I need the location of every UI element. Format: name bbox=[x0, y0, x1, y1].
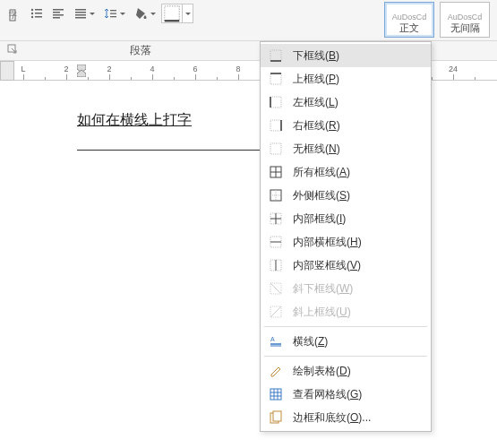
menu-right-border[interactable]: 右框线(R) bbox=[261, 114, 431, 137]
menu-inside-vertical[interactable]: 内部竖框线(V) bbox=[261, 254, 431, 277]
svg-line-47 bbox=[270, 283, 281, 294]
style-no-spacing[interactable]: AuDosCd 无间隔 bbox=[440, 2, 490, 38]
group-name-paragraph: 段落 bbox=[25, 43, 256, 58]
menu-no-border[interactable]: 无框线(N) bbox=[261, 137, 431, 160]
svg-rect-13 bbox=[75, 12, 86, 13]
style-preview-text: AuDosCd bbox=[392, 11, 427, 22]
menu-left-border[interactable]: 左框线(L) bbox=[261, 90, 431, 114]
borders-button-caret[interactable] bbox=[182, 4, 193, 22]
diagonal-up-icon bbox=[268, 304, 284, 320]
borders-button-main[interactable] bbox=[162, 4, 182, 22]
svg-text:A: A bbox=[270, 336, 275, 342]
style-preview-text: AuDosCd bbox=[448, 11, 483, 22]
ribbon-left-column: 字 bbox=[0, 0, 25, 30]
svg-rect-9 bbox=[53, 12, 60, 13]
menu-item-label: 横线(Z) bbox=[293, 334, 328, 349]
menu-inside-borders[interactable]: 内部框线(I) bbox=[261, 207, 431, 230]
svg-rect-5 bbox=[35, 13, 42, 14]
menu-item-label: 斜下框线(W) bbox=[293, 281, 353, 297]
align-left-button[interactable] bbox=[48, 4, 68, 23]
menu-separator bbox=[264, 356, 427, 357]
shading-fill-button[interactable] bbox=[131, 4, 159, 23]
bullets-button[interactable] bbox=[27, 4, 47, 23]
menu-diagonal-down[interactable]: 斜下框线(W) bbox=[261, 277, 431, 300]
bottom-border-icon bbox=[268, 47, 284, 64]
menu-diagonal-up[interactable]: 斜上框线(U) bbox=[261, 300, 431, 323]
ribbon: 字 AuDosCd 正文 AuDosCd bbox=[0, 0, 497, 41]
menu-item-label: 查看网格线(G) bbox=[293, 387, 362, 402]
diagonal-down-icon bbox=[268, 280, 284, 297]
svg-point-6 bbox=[31, 16, 33, 18]
menu-separator bbox=[264, 326, 427, 327]
dialog-launcher-icon[interactable] bbox=[0, 44, 25, 57]
left-border-icon bbox=[268, 94, 284, 110]
borders-menu: 下框线(B) 上框线(P) 左框线(L) 右框线(R) 无框线(N) 所有框线(… bbox=[260, 41, 432, 432]
style-normal[interactable]: AuDosCd 正文 bbox=[384, 2, 434, 38]
borders-split-button[interactable] bbox=[161, 4, 193, 23]
svg-rect-17 bbox=[110, 13, 116, 14]
svg-rect-8 bbox=[53, 9, 64, 11]
svg-point-2 bbox=[31, 9, 33, 11]
svg-rect-59 bbox=[273, 411, 281, 421]
menu-item-label: 内部横框线(H) bbox=[293, 235, 362, 250]
menu-item-label: 边框和底纹(O)... bbox=[293, 410, 371, 426]
svg-rect-30 bbox=[270, 120, 281, 131]
svg-line-49 bbox=[270, 306, 281, 317]
menu-inside-horizontal[interactable]: 内部横框线(H) bbox=[261, 230, 431, 254]
svg-rect-19 bbox=[165, 6, 180, 22]
horizontal-line-icon: A bbox=[268, 333, 284, 349]
menu-item-label: 绘制表格(D) bbox=[293, 364, 351, 379]
svg-rect-10 bbox=[53, 14, 64, 16]
menu-item-label: 无框线(N) bbox=[293, 142, 340, 157]
svg-text:字: 字 bbox=[9, 11, 17, 20]
svg-rect-7 bbox=[35, 16, 42, 18]
styles-gallery: AuDosCd 正文 AuDosCd 无间隔 bbox=[382, 0, 497, 39]
top-border-icon bbox=[268, 71, 284, 87]
menu-horizontal-line[interactable]: A 横线(Z) bbox=[261, 330, 431, 353]
menu-top-border[interactable]: 上框线(P) bbox=[261, 67, 431, 90]
menu-outside-borders[interactable]: 外侧框线(S) bbox=[261, 184, 431, 207]
menu-item-label: 内部竖框线(V) bbox=[293, 258, 361, 273]
menu-draw-table[interactable]: 绘制表格(D) bbox=[261, 359, 431, 383]
svg-rect-18 bbox=[110, 16, 116, 17]
svg-rect-11 bbox=[53, 17, 60, 19]
menu-item-label: 外侧框线(S) bbox=[293, 188, 350, 203]
svg-rect-14 bbox=[75, 14, 86, 16]
menu-item-label: 上框线(P) bbox=[293, 72, 339, 87]
all-borders-icon bbox=[268, 164, 284, 180]
svg-rect-32 bbox=[270, 143, 281, 154]
borders-shading-icon bbox=[268, 409, 284, 426]
paragraph-toolbar bbox=[25, 0, 195, 27]
character-spacing-icon[interactable]: 字 bbox=[3, 5, 22, 25]
menu-all-borders[interactable]: 所有框线(A) bbox=[261, 160, 431, 184]
menu-borders-shading[interactable]: 边框和底纹(O)... bbox=[261, 406, 431, 429]
svg-point-4 bbox=[31, 13, 33, 14]
gridlines-icon bbox=[268, 386, 284, 402]
menu-view-gridlines[interactable]: 查看网格线(G) bbox=[261, 383, 431, 406]
line-spacing-button[interactable] bbox=[100, 4, 129, 23]
svg-rect-3 bbox=[35, 9, 42, 11]
style-label: 正文 bbox=[399, 22, 419, 37]
right-border-icon bbox=[268, 117, 284, 134]
svg-rect-16 bbox=[110, 10, 116, 11]
inside-vertical-icon bbox=[268, 257, 284, 273]
inside-borders-icon bbox=[268, 211, 284, 227]
menu-item-label: 所有框线(A) bbox=[293, 165, 350, 180]
svg-rect-12 bbox=[75, 9, 86, 11]
svg-rect-15 bbox=[75, 17, 86, 19]
align-dropdown[interactable] bbox=[70, 4, 99, 23]
svg-rect-26 bbox=[270, 73, 281, 84]
style-label: 无间隔 bbox=[450, 22, 480, 37]
no-border-icon bbox=[268, 141, 284, 157]
svg-rect-53 bbox=[270, 389, 281, 400]
menu-item-label: 左框线(L) bbox=[293, 95, 338, 110]
draw-table-icon bbox=[268, 363, 284, 379]
inside-horizontal-icon bbox=[268, 234, 284, 250]
menu-bottom-border[interactable]: 下框线(B) bbox=[261, 44, 431, 67]
menu-item-label: 右框线(R) bbox=[293, 118, 340, 134]
outside-borders-icon bbox=[268, 187, 284, 203]
svg-rect-28 bbox=[270, 97, 281, 108]
menu-item-label: 斜上框线(U) bbox=[293, 305, 351, 320]
svg-rect-24 bbox=[270, 50, 281, 61]
menu-item-label: 下框线(B) bbox=[293, 48, 339, 64]
